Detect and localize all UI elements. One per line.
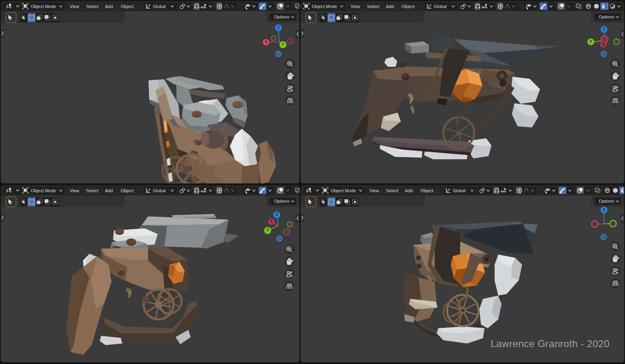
svg-text:Object Mode: Object Mode <box>31 4 56 9</box>
svg-text:Z: Z <box>603 27 605 31</box>
svg-text:View: View <box>70 188 79 193</box>
svg-text:View: View <box>351 4 360 9</box>
svg-text:View: View <box>369 188 379 193</box>
svg-text:Y: Y <box>590 39 592 44</box>
svg-text:Y: Y <box>266 228 269 232</box>
svg-text:Select: Select <box>386 188 398 193</box>
svg-text:Select: Select <box>86 188 99 193</box>
svg-text:Global: Global <box>153 188 166 193</box>
svg-text:Select: Select <box>86 4 99 9</box>
svg-text:X: X <box>265 40 268 44</box>
svg-text:Global: Global <box>153 4 166 9</box>
svg-text:X: X <box>270 219 273 224</box>
svg-text:Options: Options <box>599 199 614 204</box>
svg-text:Object Mode: Object Mode <box>31 188 56 193</box>
svg-text:Add: Add <box>105 188 113 193</box>
svg-text:View: View <box>70 4 79 9</box>
svg-text:Object: Object <box>121 188 134 193</box>
svg-text:Y: Y <box>282 42 285 47</box>
svg-text:Options: Options <box>274 199 289 204</box>
svg-text:Object Mode: Object Mode <box>312 4 337 9</box>
svg-text:Add: Add <box>405 188 413 193</box>
svg-text:X: X <box>602 42 605 47</box>
svg-text:Object: Object <box>421 188 433 193</box>
svg-text:Object: Object <box>121 4 134 9</box>
svg-text:Z: Z <box>277 25 280 30</box>
svg-text:Add: Add <box>386 4 394 9</box>
svg-text:Options: Options <box>599 14 614 19</box>
svg-text:Z: Z <box>276 212 278 217</box>
svg-text:Add: Add <box>105 4 113 9</box>
svg-text:Select: Select <box>367 4 380 9</box>
svg-text:Global: Global <box>434 4 447 9</box>
svg-text:Options: Options <box>274 14 289 19</box>
svg-text:Z: Z <box>603 208 605 212</box>
svg-text:Object Mode: Object Mode <box>331 188 356 193</box>
svg-text:Lawrence Granroth - 2020: Lawrence Granroth - 2020 <box>491 338 610 349</box>
svg-text:Object: Object <box>402 4 415 9</box>
svg-text:Global: Global <box>453 188 466 193</box>
